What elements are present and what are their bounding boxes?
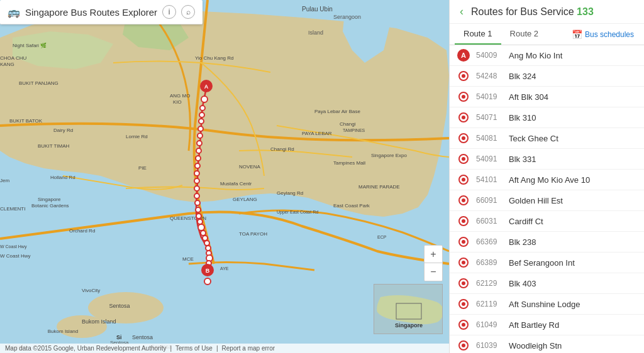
stop-item[interactable]: 61039Woodleigh Stn (450, 335, 644, 353)
stop-code: 62129 (476, 279, 502, 288)
svg-text:Bukom Island: Bukom Island (48, 329, 78, 334)
stop-marker (458, 237, 469, 247)
svg-text:Island: Island (308, 30, 323, 36)
bus-icon: 🚌 (8, 6, 20, 18)
stop-item[interactable]: 54248Blk 324 (450, 66, 644, 87)
svg-point-62 (196, 148, 201, 153)
calendar-icon: 📅 (572, 30, 582, 40)
back-button[interactable]: ‹ (457, 5, 466, 18)
stop-marker (458, 278, 469, 288)
svg-text:PIE: PIE (138, 165, 147, 171)
svg-text:NOVENA: NOVENA (239, 164, 260, 170)
stop-item[interactable]: 62129Blk 403 (450, 273, 644, 294)
tab-route1[interactable]: Route 1 (455, 24, 501, 45)
svg-text:Geylang Rd: Geylang Rd (277, 190, 303, 196)
app-title: Singapore Bus Routes Explorer (25, 7, 157, 18)
svg-text:Pulau Ubin: Pulau Ubin (302, 6, 333, 13)
stop-marker (458, 175, 469, 185)
stop-item[interactable]: 66031Cardiff Ct (450, 211, 644, 232)
svg-text:Yio Chu Kang Rd: Yio Chu Kang Rd (195, 55, 234, 61)
stop-code: 54071 (476, 113, 502, 122)
svg-text:MCE: MCE (182, 256, 194, 262)
stop-code: 61049 (476, 320, 502, 329)
svg-point-55 (201, 96, 208, 102)
stop-icon (457, 277, 470, 290)
stop-icon (457, 215, 470, 227)
stop-marker (458, 320, 469, 330)
svg-point-61 (197, 141, 202, 146)
svg-point-71 (196, 214, 201, 219)
stop-code: 61039 (476, 341, 502, 350)
stop-item[interactable]: 66369Blk 238 (450, 232, 644, 253)
stop-name: Blk 310 (509, 113, 636, 122)
svg-point-56 (200, 106, 205, 111)
stop-marker (458, 299, 469, 309)
svg-text:W Coast Hwy: W Coast Hwy (0, 253, 30, 259)
svg-text:Singapore: Singapore (395, 322, 423, 329)
svg-text:Singapore: Singapore (38, 197, 61, 202)
search-button[interactable]: ⌕ (181, 5, 195, 19)
svg-text:Changi: Changi (340, 121, 356, 127)
stop-name: Aft Ang Mo Kio Ave 10 (509, 175, 636, 185)
stop-item[interactable]: A54009Ang Mo Kio Int (450, 45, 644, 66)
zoom-out-button[interactable]: − (425, 263, 442, 281)
stop-code: 54091 (476, 155, 502, 163)
svg-text:Sentosa: Sentosa (132, 334, 153, 340)
stop-item[interactable]: 54081Teck Ghee Ct (450, 128, 644, 149)
stop-item[interactable]: 62119Aft Sunshine Lodge (450, 294, 644, 315)
stop-name: Ang Mo Kio Int (509, 51, 636, 60)
svg-point-83 (204, 278, 211, 285)
svg-text:KANG: KANG (0, 62, 14, 67)
stop-icon (457, 318, 470, 331)
svg-text:Botanic Gardens: Botanic Gardens (31, 203, 69, 209)
tab-route2[interactable]: Route 2 (501, 24, 548, 45)
stop-icon (457, 132, 470, 144)
stop-name: Blk 324 (509, 72, 636, 81)
stop-code: 62119 (476, 300, 502, 308)
stop-icon (457, 256, 470, 269)
stop-code: 66031 (476, 217, 502, 225)
stop-name: Teck Ghee Ct (509, 134, 636, 143)
stop-code: 54248 (476, 72, 502, 80)
stop-icon (457, 298, 470, 310)
stop-list: A54009Ang Mo Kio Int54248Blk 32454019Aft… (450, 45, 644, 353)
svg-text:A: A (204, 84, 209, 90)
svg-point-64 (195, 163, 200, 168)
svg-text:Tampines Mall: Tampines Mall (333, 160, 365, 166)
stop-item[interactable]: 54091Blk 331 (450, 149, 644, 170)
stop-marker (458, 133, 469, 143)
svg-point-66 (194, 178, 199, 183)
svg-text:Sentosa: Sentosa (109, 303, 130, 309)
svg-text:B: B (206, 268, 210, 274)
stop-item[interactable]: 66389Bef Serangoon Int (450, 253, 644, 273)
attribution-text: Map data ©2015 Google, Urban Redevelopme… (5, 345, 166, 352)
stop-marker (458, 112, 469, 122)
zoom-in-button[interactable]: + (425, 246, 442, 263)
stop-name: Blk 238 (509, 237, 636, 247)
map-controls: + − (424, 245, 443, 281)
report-link[interactable]: Report a map error (222, 345, 275, 352)
svg-text:ANG MO: ANG MO (170, 93, 190, 99)
stop-icon (457, 70, 470, 82)
svg-point-77 (206, 246, 211, 251)
stop-item[interactable]: 54101Aft Ang Mo Kio Ave 10 (450, 170, 644, 190)
stop-item[interactable]: 54019Aft Blk 304 (450, 87, 644, 107)
svg-point-58 (199, 119, 204, 124)
stop-marker (458, 258, 469, 268)
stop-icon (457, 339, 470, 352)
stop-item[interactable]: 54071Blk 310 (450, 107, 644, 128)
stop-name: Golden Hill Est (509, 196, 636, 205)
map-attribution: Map data ©2015 Google, Urban Redevelopme… (0, 344, 449, 353)
stop-icon (457, 173, 470, 186)
svg-text:Dairy Rd: Dairy Rd (53, 128, 73, 133)
svg-text:VivoCity: VivoCity (82, 288, 100, 293)
stop-item[interactable]: 61049Aft Bartley Rd (450, 315, 644, 335)
stop-name: Blk 331 (509, 155, 636, 164)
svg-text:Mustafa Centr: Mustafa Centr (220, 181, 252, 187)
stop-code: 54101 (476, 175, 502, 184)
info-button[interactable]: i (162, 5, 176, 19)
terms-link[interactable]: Terms of Use (175, 345, 213, 352)
stop-item[interactable]: 66091Golden Hill Est (450, 190, 644, 211)
bus-schedules-link[interactable]: 📅 Bus schedules (567, 26, 639, 43)
right-panel: ‹ Routes for Bus Service 133 Route 1 Rou… (449, 0, 644, 353)
